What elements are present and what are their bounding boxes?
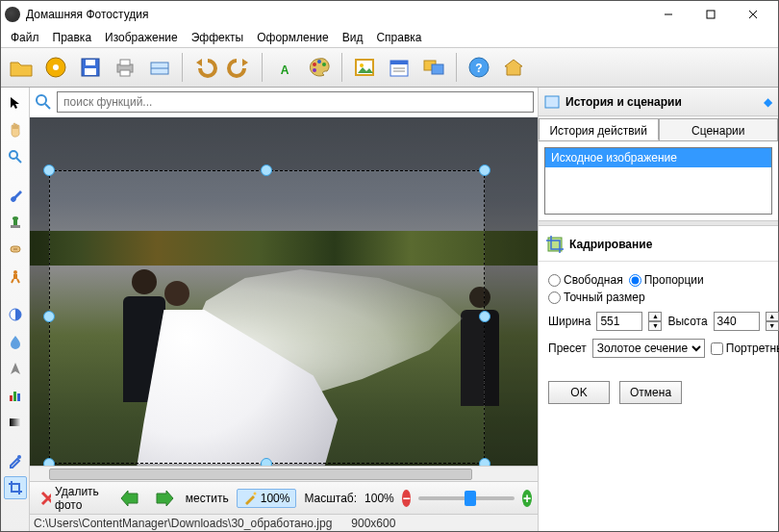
portrait-checkbox[interactable]: Портретные [711, 342, 779, 355]
width-spinner[interactable]: ▲▼ [648, 312, 662, 331]
mode-ratio[interactable]: Пропорции [629, 273, 704, 287]
scale-label: Масштаб: [304, 492, 357, 505]
delete-icon [39, 490, 51, 507]
menu-image[interactable]: Изображение [99, 29, 184, 46]
text-button[interactable]: A [268, 51, 301, 84]
workspace: Удалить фото местить 100% Масштаб: 100% … [1, 88, 778, 531]
crop-tool[interactable] [4, 476, 27, 499]
history-icon [544, 95, 560, 109]
crop-handle-se[interactable] [479, 458, 490, 466]
svg-line-48 [45, 104, 50, 109]
move-label: местить [186, 492, 229, 505]
height-spinner[interactable]: ▲▼ [766, 312, 779, 331]
save-button[interactable] [74, 51, 107, 84]
svg-point-30 [10, 151, 17, 159]
menu-design[interactable]: Оформление [251, 29, 334, 46]
blur-tool[interactable] [4, 330, 27, 353]
hand-tool[interactable] [4, 118, 27, 141]
svg-rect-44 [17, 393, 20, 401]
crop-mode-row: Свободная Пропорции Точный размер [548, 273, 768, 304]
collapse-button[interactable]: ◆ [764, 95, 772, 109]
application-window: Домашняя Фотостудия Файл Правка Изображе… [0, 0, 779, 532]
zoom-slider-thumb[interactable] [465, 491, 476, 506]
zoom-out-button[interactable]: − [402, 490, 412, 507]
left-toolbar [1, 88, 30, 531]
zoom-tool[interactable] [4, 145, 27, 168]
brush-tool[interactable] [4, 184, 27, 207]
search-input[interactable] [57, 91, 534, 113]
cancel-button[interactable]: Отмена [619, 381, 682, 404]
zoom-slider[interactable] [418, 496, 515, 500]
svg-point-37 [13, 270, 17, 274]
gradient-tool[interactable] [4, 411, 27, 434]
stamp-tool[interactable] [4, 211, 27, 234]
width-input[interactable] [596, 312, 642, 331]
svg-point-16 [317, 60, 321, 63]
help-button[interactable]: ? [463, 51, 495, 84]
crop-rectangle[interactable] [49, 170, 485, 464]
preset-select[interactable]: Золотое сечение [592, 339, 705, 358]
auto-correct-button[interactable]: 100% [237, 489, 297, 508]
svg-rect-27 [432, 64, 443, 74]
crop-handle-e[interactable] [479, 311, 490, 322]
height-label: Высота [667, 315, 707, 328]
main-toolbar: A ? [1, 47, 778, 88]
prev-photo-button[interactable] [116, 489, 143, 508]
zoom-in-button[interactable]: + [522, 490, 532, 507]
dimensions-row: Ширина ▲▼ Высота ▲▼ [548, 312, 768, 331]
decorate-image-button[interactable] [348, 51, 381, 84]
figure-tool[interactable] [4, 265, 27, 288]
menu-edit[interactable]: Правка [47, 29, 98, 46]
svg-point-34 [13, 216, 18, 220]
ok-button[interactable]: OK [548, 381, 610, 404]
levels-tool[interactable] [4, 384, 27, 407]
palette-button[interactable] [303, 51, 336, 84]
crop-handle-ne[interactable] [479, 165, 490, 176]
crop-handle-nw[interactable] [43, 165, 55, 176]
tab-history[interactable]: История действий [539, 118, 659, 140]
height-input[interactable] [714, 312, 760, 331]
horizontal-scrollbar[interactable] [30, 466, 538, 481]
crop-handle-sw[interactable] [43, 458, 55, 466]
redo-button[interactable] [223, 51, 256, 84]
svg-rect-10 [120, 60, 130, 65]
delete-photo-button[interactable]: Удалить фото [36, 483, 109, 514]
contrast-tool[interactable] [4, 303, 27, 326]
undo-button[interactable] [188, 51, 221, 84]
menu-view[interactable]: Вид [337, 29, 369, 46]
svg-rect-38 [13, 274, 17, 279]
history-list[interactable]: Исходное изображение [544, 147, 772, 215]
scan-button[interactable] [143, 51, 176, 84]
history-panel-header: История и сценарии ◆ [539, 88, 778, 116]
calendar-button[interactable] [383, 51, 415, 84]
menu-help[interactable]: Справка [370, 29, 427, 46]
status-path: C:\Users\ContentManager\Downloads\30_обр… [34, 517, 332, 530]
crop-handle-w[interactable] [43, 311, 55, 322]
collage-button[interactable] [417, 51, 450, 84]
menu-effects[interactable]: Эффекты [186, 29, 250, 46]
svg-rect-8 [85, 68, 96, 75]
catalog-button[interactable] [39, 51, 72, 84]
close-button[interactable] [732, 2, 774, 27]
crop-handle-n[interactable] [261, 165, 272, 176]
sharpen-tool[interactable] [4, 357, 27, 380]
svg-point-15 [313, 63, 316, 66]
mode-free[interactable]: Свободная [548, 273, 623, 287]
mode-exact[interactable]: Точный размер [548, 291, 645, 304]
eyedropper-tool[interactable] [4, 449, 27, 472]
next-photo-button[interactable] [151, 489, 178, 508]
maximize-button[interactable] [690, 2, 732, 27]
open-button[interactable] [5, 51, 38, 84]
healing-tool[interactable] [4, 238, 27, 261]
print-button[interactable] [109, 51, 141, 84]
history-item[interactable]: Исходное изображение [545, 148, 771, 167]
canvas[interactable] [30, 117, 538, 466]
pointer-tool[interactable] [4, 91, 27, 114]
minimize-button[interactable] [647, 2, 690, 27]
search-bar [30, 88, 538, 116]
svg-point-5 [53, 64, 59, 70]
menu-file[interactable]: Файл [5, 29, 45, 46]
crop-handle-s[interactable] [261, 458, 272, 466]
home-button[interactable] [497, 51, 530, 84]
tab-scenarios[interactable]: Сценарии [659, 118, 779, 140]
